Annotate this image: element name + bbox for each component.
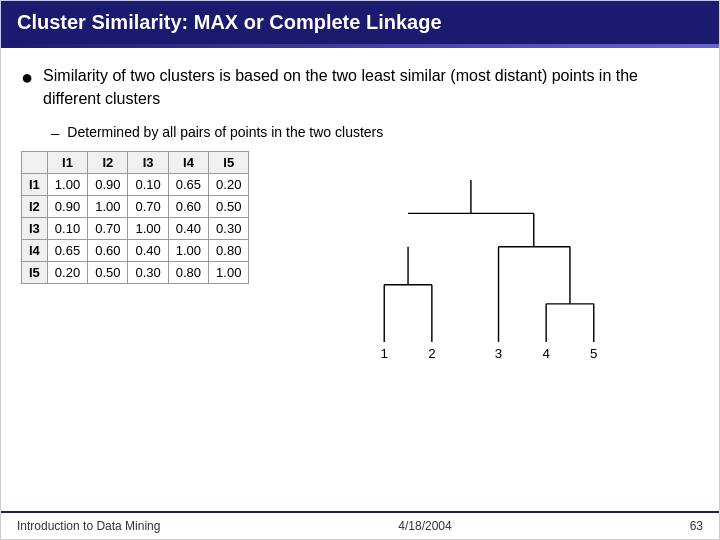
bullet-icon: ●: [21, 66, 33, 89]
matrix-cell: 0.80: [209, 240, 249, 262]
matrix-cell: I5: [22, 262, 48, 284]
matrix-cell: 0.50: [209, 196, 249, 218]
footer-bar: Introduction to Data Mining 4/18/2004 63: [1, 511, 719, 539]
matrix-cell: 0.70: [128, 196, 168, 218]
matrix-cell: 0.20: [47, 262, 87, 284]
svg-text:2: 2: [428, 347, 435, 362]
matrix-row: I11.000.900.100.650.20: [22, 174, 249, 196]
matrix-header-cell: I2: [88, 152, 128, 174]
matrix-container: I1I2I3I4I5 I11.000.900.100.650.20I20.901…: [21, 151, 249, 284]
matrix-cell: 0.90: [47, 196, 87, 218]
matrix-cell: 0.65: [47, 240, 87, 262]
footer-right: 63: [690, 519, 703, 533]
matrix-header-cell: I4: [168, 152, 208, 174]
matrix-cell: 0.70: [88, 218, 128, 240]
matrix-cell: 0.60: [88, 240, 128, 262]
sub-bullet: – Determined by all pairs of points in t…: [51, 124, 699, 141]
svg-text:3: 3: [495, 347, 502, 362]
matrix-cell: 0.40: [128, 240, 168, 262]
matrix-cell: 0.50: [88, 262, 128, 284]
matrix-header-cell: I3: [128, 152, 168, 174]
dendrogram-svg: 1 2 3 4 5: [349, 161, 629, 361]
footer-left: Introduction to Data Mining: [17, 519, 160, 533]
similarity-matrix: I1I2I3I4I5 I11.000.900.100.650.20I20.901…: [21, 151, 249, 284]
svg-text:5: 5: [590, 347, 597, 362]
sub-bullet-text: Determined by all pairs of points in the…: [67, 124, 383, 140]
matrix-cell: 0.10: [128, 174, 168, 196]
matrix-cell: I4: [22, 240, 48, 262]
slide: Cluster Similarity: MAX or Complete Link…: [0, 0, 720, 540]
matrix-cell: 1.00: [47, 174, 87, 196]
matrix-header-row: I1I2I3I4I5: [22, 152, 249, 174]
matrix-cell: 1.00: [168, 240, 208, 262]
matrix-row: I40.650.600.401.000.80: [22, 240, 249, 262]
matrix-cell: 1.00: [209, 262, 249, 284]
matrix-cell: 0.60: [168, 196, 208, 218]
matrix-header-cell: [22, 152, 48, 174]
matrix-cell: I3: [22, 218, 48, 240]
matrix-cell: 1.00: [88, 196, 128, 218]
main-bullet: ● Similarity of two clusters is based on…: [21, 64, 699, 110]
title-text: Cluster Similarity: MAX or Complete Link…: [17, 11, 442, 33]
svg-text:4: 4: [543, 347, 551, 362]
matrix-cell: 0.90: [88, 174, 128, 196]
dendrogram-container: 1 2 3 4 5: [279, 151, 699, 361]
matrix-cell: 0.80: [168, 262, 208, 284]
main-bullet-text: Similarity of two clusters is based on t…: [43, 64, 699, 110]
matrix-cell: 0.65: [168, 174, 208, 196]
matrix-row: I20.901.000.700.600.50: [22, 196, 249, 218]
sub-dash-icon: –: [51, 124, 59, 141]
matrix-header-cell: I1: [47, 152, 87, 174]
matrix-cell: 0.30: [209, 218, 249, 240]
slide-title: Cluster Similarity: MAX or Complete Link…: [1, 1, 719, 44]
svg-text:1: 1: [381, 347, 388, 362]
matrix-body: I11.000.900.100.650.20I20.901.000.700.60…: [22, 174, 249, 284]
matrix-cell: 0.40: [168, 218, 208, 240]
matrix-cell: I1: [22, 174, 48, 196]
matrix-header-cell: I5: [209, 152, 249, 174]
matrix-cell: 0.30: [128, 262, 168, 284]
matrix-cell: 0.20: [209, 174, 249, 196]
matrix-cell: 1.00: [128, 218, 168, 240]
diagram-area: I1I2I3I4I5 I11.000.900.100.650.20I20.901…: [21, 151, 699, 511]
matrix-cell: I2: [22, 196, 48, 218]
matrix-row: I50.200.500.300.801.00: [22, 262, 249, 284]
footer-center: 4/18/2004: [398, 519, 451, 533]
content-area: ● Similarity of two clusters is based on…: [1, 48, 719, 511]
matrix-cell: 0.10: [47, 218, 87, 240]
matrix-row: I30.100.701.000.400.30: [22, 218, 249, 240]
